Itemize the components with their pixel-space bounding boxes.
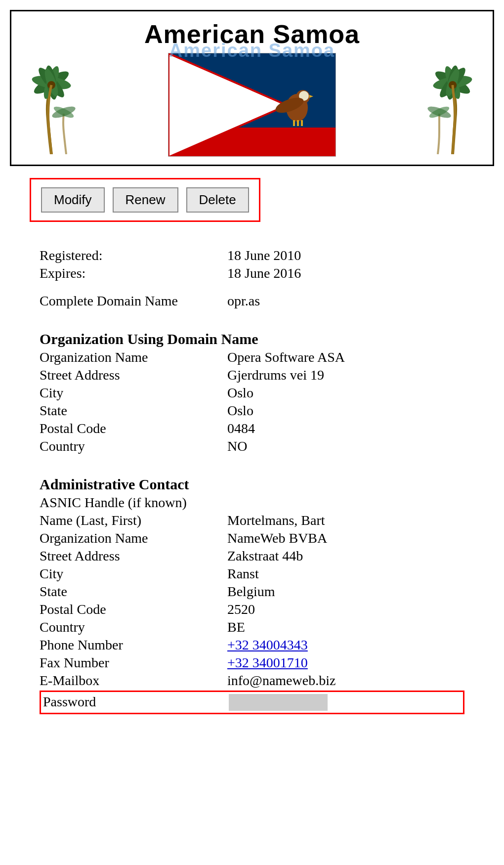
palm-tree-left-icon bbox=[19, 55, 84, 154]
admin-field-value: Zakstraat 44b bbox=[227, 548, 303, 564]
org-field-label: City bbox=[40, 385, 227, 401]
registered-row: Registered: 18 June 2010 bbox=[40, 248, 464, 263]
admin-field-row: Fax Number+32 34001710 bbox=[40, 655, 464, 671]
admin-field-label: Postal Code bbox=[40, 602, 227, 617]
org-field-value: 0484 bbox=[227, 421, 255, 436]
page-wrapper: American Samoa American Samoa bbox=[0, 0, 504, 724]
admin-field-value: 2520 bbox=[227, 602, 255, 617]
org-field-row: Organization NameOpera Software ASA bbox=[40, 349, 464, 365]
org-field-row: Postal Code0484 bbox=[40, 421, 464, 436]
org-field-value: Gjerdrums vei 19 bbox=[227, 367, 324, 383]
org-field-row: StateOslo bbox=[40, 403, 464, 419]
registered-value: 18 June 2010 bbox=[227, 248, 301, 263]
admin-field-row: E-Mailboxinfo@nameweb.biz bbox=[40, 673, 464, 689]
expires-label: Expires: bbox=[40, 265, 227, 281]
admin-field-value[interactable]: +32 34004343 bbox=[227, 637, 308, 653]
domain-label: Complete Domain Name bbox=[40, 293, 227, 309]
admin-field-label: State bbox=[40, 584, 227, 600]
org-fields: Organization NameOpera Software ASAStree… bbox=[40, 349, 464, 454]
renew-button[interactable]: Renew bbox=[113, 187, 178, 213]
org-field-label: Country bbox=[40, 438, 227, 454]
admin-field-value: info@nameweb.biz bbox=[227, 673, 336, 689]
page-title: American Samoa bbox=[19, 19, 485, 49]
admin-field-label: ASNIC Handle (if known) bbox=[40, 495, 227, 511]
admin-field-value: NameWeb BVBA bbox=[227, 530, 327, 546]
admin-fields: ASNIC Handle (if known)Name (Last, First… bbox=[40, 495, 464, 689]
admin-field-value: BE bbox=[227, 619, 245, 635]
admin-field-row: StateBelgium bbox=[40, 584, 464, 600]
admin-field-label: Organization Name bbox=[40, 530, 227, 546]
admin-field-row: Name (Last, First)Mortelmans, Bart bbox=[40, 513, 464, 528]
org-field-label: State bbox=[40, 403, 227, 419]
modify-button[interactable]: Modify bbox=[41, 187, 105, 213]
org-field-value: Opera Software ASA bbox=[227, 349, 345, 365]
org-field-row: Street AddressGjerdrums vei 19 bbox=[40, 367, 464, 383]
admin-field-row: ASNIC Handle (if known) bbox=[40, 495, 464, 511]
header-images-row bbox=[19, 53, 485, 157]
org-field-label: Street Address bbox=[40, 367, 227, 383]
password-row: Password bbox=[40, 691, 464, 714]
admin-section-heading: Administrative Contact bbox=[40, 476, 464, 493]
palm-tree-right-icon bbox=[420, 55, 485, 154]
svg-rect-18 bbox=[293, 120, 295, 126]
svg-rect-20 bbox=[301, 120, 303, 126]
admin-field-label: City bbox=[40, 566, 227, 582]
admin-field-value: Ranst bbox=[227, 566, 259, 582]
admin-field-label: Street Address bbox=[40, 548, 227, 564]
admin-field-row: Street AddressZakstraat 44b bbox=[40, 548, 464, 564]
expires-value: 18 June 2016 bbox=[227, 265, 301, 281]
admin-field-row: Postal Code2520 bbox=[40, 602, 464, 617]
org-field-value: NO bbox=[227, 438, 247, 454]
delete-button[interactable]: Delete bbox=[186, 187, 249, 213]
header-box: American Samoa American Samoa bbox=[10, 10, 494, 166]
domain-value: opr.as bbox=[227, 293, 260, 309]
admin-field-row: CountryBE bbox=[40, 619, 464, 635]
admin-field-row: CityRanst bbox=[40, 566, 464, 582]
org-field-value: Oslo bbox=[227, 403, 253, 419]
admin-field-value: Belgium bbox=[227, 584, 275, 600]
admin-field-row: Organization NameNameWeb BVBA bbox=[40, 530, 464, 546]
org-field-label: Postal Code bbox=[40, 421, 227, 436]
buttons-box: Modify Renew Delete bbox=[30, 178, 260, 222]
admin-field-label: Country bbox=[40, 619, 227, 635]
password-input[interactable] bbox=[229, 694, 328, 711]
info-section: Registered: 18 June 2010 Expires: 18 Jun… bbox=[10, 238, 494, 714]
admin-field-row: Phone Number+32 34004343 bbox=[40, 637, 464, 653]
admin-field-label: E-Mailbox bbox=[40, 673, 227, 689]
admin-field-value: Mortelmans, Bart bbox=[227, 513, 325, 528]
admin-field-value[interactable]: +32 34001710 bbox=[227, 655, 308, 671]
expires-row: Expires: 18 June 2016 bbox=[40, 265, 464, 281]
org-field-row: CityOslo bbox=[40, 385, 464, 401]
admin-field-label: Fax Number bbox=[40, 655, 227, 671]
org-section-heading: Organization Using Domain Name bbox=[40, 331, 464, 347]
admin-field-label: Name (Last, First) bbox=[40, 513, 227, 528]
admin-field-label: Phone Number bbox=[40, 637, 227, 653]
org-field-row: CountryNO bbox=[40, 438, 464, 454]
password-label: Password bbox=[41, 694, 229, 711]
flag-container bbox=[168, 53, 336, 157]
org-field-label: Organization Name bbox=[40, 349, 227, 365]
registered-label: Registered: bbox=[40, 248, 227, 263]
svg-rect-19 bbox=[297, 120, 299, 126]
org-field-value: Oslo bbox=[227, 385, 253, 401]
domain-row: Complete Domain Name opr.as bbox=[40, 293, 464, 309]
